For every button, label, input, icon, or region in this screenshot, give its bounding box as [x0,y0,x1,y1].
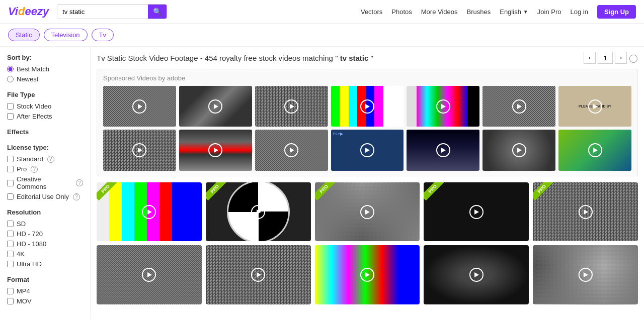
sponsored-thumb-4[interactable] [331,86,404,127]
bottom-thumb-1[interactable] [97,245,202,304]
license-section: License type: Standard ? Pro ? Creative … [7,144,83,200]
play-icon-4 [360,99,374,114]
sponsored-thumb-8[interactable] [103,130,176,170]
file-type-section: File Type Stock Video After Effects [7,91,83,120]
main-thumb-4[interactable] [424,182,529,241]
sponsored-thumb-10[interactable] [255,130,328,170]
play-icon-5 [436,99,450,114]
sponsored-thumb-3[interactable] [255,86,328,127]
sponsored-thumb-13[interactable] [482,130,555,170]
nav-vectors[interactable]: Vectors [361,8,382,16]
bottom-thumb-2[interactable] [206,245,311,304]
filter-mov[interactable]: MOV [7,297,83,305]
main-play-1 [142,205,156,219]
main-play-2 [251,205,265,219]
sidebar: Sort by: Best Match Newest File Type Sto… [0,47,91,319]
sort-section: Sort by: Best Match Newest [7,54,83,83]
sponsored-row-1: PLEASE STAND BY [103,86,631,127]
sponsored-thumb-14[interactable] [558,130,631,170]
settings-icon[interactable]: ◯ [629,53,638,63]
main-grid-1 [97,182,638,241]
sponsored-thumb-2[interactable] [179,86,252,127]
search-bar: 🔍 [57,4,167,19]
search-button[interactable]: 🔍 [148,5,167,19]
main-play-5 [579,205,593,219]
sort-best-match[interactable]: Best Match [7,65,83,73]
main-layout: Sort by: Best Match Newest File Type Sto… [0,47,644,319]
pro-badge-1 [97,182,117,202]
sponsored-thumb-6[interactable] [482,86,555,127]
chevron-down-icon: ▼ [523,9,528,15]
sort-newest[interactable]: Newest [7,75,83,83]
bottom-thumb-3[interactable] [315,245,420,304]
filter-4k[interactable]: 4K [7,250,83,258]
filter-editorial[interactable]: Editorial Use Only ? [7,193,83,200]
pro-badge-5 [533,182,553,202]
sponsored-thumb-11[interactable]: PLY▶ [331,130,404,170]
bottom-play-2 [251,268,265,282]
main-thumb-5[interactable] [533,182,638,241]
pro-badge-4 [424,182,444,202]
language-selector[interactable]: English ▼ [500,8,528,16]
signup-button[interactable]: Sign Up [597,5,636,19]
page-number-input[interactable] [598,52,613,64]
sort-label: Sort by: [7,54,83,61]
play-icon-14 [588,143,602,157]
logo[interactable]: Videezy [8,5,49,18]
filter-after-effects[interactable]: After Effects [7,113,83,120]
filter-pro[interactable]: Pro ? [7,165,83,173]
resolution-section: Resolution SD HD - 720 HD - 1080 4K Ultr… [7,208,83,268]
next-page-button[interactable]: › [615,52,627,64]
bottom-play-4 [469,268,484,282]
cc-help-icon[interactable]: ? [76,179,83,186]
main-thumb-2[interactable] [206,182,311,241]
filter-hd720[interactable]: HD - 720 [7,230,83,238]
filter-ultrahd[interactable]: Ultra HD [7,260,83,268]
header: Videezy 🔍 Vectors Photos More Videos Bru… [0,0,644,24]
play-icon-2 [208,99,222,114]
bottom-play-5 [579,268,593,282]
filter-stock-video[interactable]: Stock Video [7,102,83,110]
nav-photos[interactable]: Photos [391,8,412,16]
search-input[interactable] [57,5,148,19]
results-count: - 454 royalty free stock videos matching… [200,54,373,62]
play-icon-3 [284,99,298,114]
bottom-play-1 [142,268,156,282]
play-icon-11 [360,143,374,157]
nav-more-videos[interactable]: More Videos [421,8,458,16]
results-title: Tv Static Stock Video Footage - 454 roya… [97,54,373,62]
play-icon-8 [132,143,146,157]
join-pro-link[interactable]: Join Pro [537,8,561,16]
filter-sd[interactable]: SD [7,220,83,228]
tag-static[interactable]: Static [8,29,40,41]
standard-help-icon[interactable]: ? [47,156,54,163]
filter-mp4[interactable]: MP4 [7,287,83,295]
pro-help-icon[interactable]: ? [31,166,38,173]
main-thumb-1[interactable] [97,182,202,241]
nav-brushes[interactable]: Brushes [467,8,491,16]
tag-tv[interactable]: Tv [92,29,114,41]
bottom-thumb-5[interactable] [533,245,638,304]
filter-creative-commons[interactable]: Creative Commons ? [7,175,83,190]
tag-television[interactable]: Television [44,29,88,41]
sponsored-thumb-12[interactable] [407,130,479,170]
content-area: Tv Static Stock Video Footage - 454 roya… [91,47,644,319]
main-thumb-3[interactable] [315,182,420,241]
filter-standard[interactable]: Standard ? [7,155,83,163]
nav-links: Vectors Photos More Videos Brushes Engli… [361,5,636,19]
file-type-label: File Type [7,91,83,98]
sponsored-thumb-5[interactable] [407,86,479,127]
sponsored-thumb-7[interactable]: PLEASE STAND BY [558,86,631,127]
filter-hd1080[interactable]: HD - 1080 [7,240,83,248]
bottom-thumb-4[interactable] [424,245,529,304]
sponsored-row-2: PLY▶ [103,130,631,170]
login-link[interactable]: Log in [570,8,588,16]
sponsored-thumb-1[interactable] [103,86,176,127]
tags-bar: Static Television Tv [0,24,644,47]
format-section: Format MP4 MOV [7,276,83,305]
editorial-help-icon[interactable]: ? [73,193,80,200]
sponsored-thumb-9[interactable] [179,130,252,170]
format-label: Format [7,276,83,283]
bottom-play-3 [360,268,374,282]
prev-page-button[interactable]: ‹ [584,52,596,64]
